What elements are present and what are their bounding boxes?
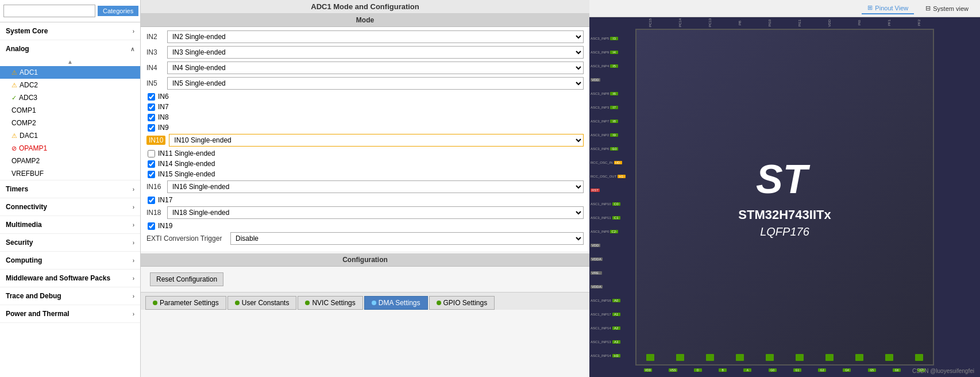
chevron-right-icon: › (133, 28, 134, 34)
sidebar-item-adc2[interactable]: ⚠ ADC2 (0, 79, 140, 91)
in8-checkbox[interactable] (148, 114, 155, 121)
sidebar-item-power-thermal[interactable]: Power and Thermal › (0, 305, 140, 322)
pin-asc1-inp14: ASC1_INP14 A2 (591, 326, 634, 330)
in6-checkbox[interactable] (148, 93, 155, 101)
sidebar-item-dac1[interactable]: ⚠ DAC1 (0, 129, 140, 142)
pin-rcc-osc-in: RCC_OSC_IN H0- (591, 161, 634, 164)
pin-box-a0: A0 (612, 299, 620, 302)
in15-checkbox[interactable] (148, 171, 155, 178)
in2-select[interactable]: IN2 Single-ended (167, 30, 584, 43)
pin-box-i6: I6 (610, 92, 618, 95)
bottom-pin-labels: VDD VSS D B A G0 G1 G2 G4 G5 G6 G7 (635, 363, 934, 377)
pin-box-a1: A1 (612, 313, 620, 316)
nav-section-power-thermal: Power and Thermal › (0, 305, 140, 323)
pin-row2-10 (915, 354, 923, 361)
mode-row-in3: IN3 IN3 Single-ended (146, 46, 584, 59)
in18-select[interactable]: IN18 Single-ended (167, 206, 584, 219)
in7-checkbox-label: IN7 (158, 103, 169, 111)
in7-checkbox[interactable] (148, 103, 155, 111)
pin-bottom-8: G2 (818, 368, 826, 372)
in5-select[interactable]: IN5 Single-ended (167, 77, 584, 90)
sidebar-item-adc1[interactable]: ⚠ ADC1 (0, 66, 140, 79)
tab-dot-dma (372, 301, 376, 305)
analog-item-label: DAC1 (20, 132, 38, 140)
pin-pf1: PF1 (888, 20, 891, 26)
tab-gpio-settings[interactable]: GPIO Settings (429, 296, 495, 310)
pin-asc3-inp5: ASC3_INP5 I3 (591, 37, 634, 40)
pin-asc3-inp3: ASC3_INP3 I7 (591, 106, 634, 109)
pinout-view-button[interactable]: ⊞ Pinout View (862, 2, 914, 14)
pin-pc14: PC14 (678, 18, 682, 27)
mode-row-exti: EXTI Conversion Trigger Disable (146, 232, 584, 245)
pin-box-a2: A2 (612, 326, 620, 330)
sidebar-item-opamp1[interactable]: ⊘ OPAMP1 (0, 142, 140, 155)
tab-nvic-settings[interactable]: NVIC Settings (298, 296, 362, 310)
in9-checkbox[interactable] (148, 124, 155, 132)
pin-asc1-inp13: ASC1_INP13 A3 (591, 340, 634, 344)
in17-checkbox[interactable] (148, 197, 155, 204)
sidebar-item-middleware[interactable]: Middleware and Software Packs › (0, 270, 140, 287)
in11-checkbox[interactable] (148, 150, 155, 157)
tab-dma-settings[interactable]: DMA Settings (364, 296, 428, 310)
checkbox-row-in15: IN15 Single-ended (146, 170, 584, 178)
top-pin-labels: PC15 PC14 PC13 PB PI10 PI11 VDD PI0 PF1 … (635, 17, 934, 29)
pinout-view-label: Pinout View (875, 5, 908, 11)
tab-label-parameter: Parameter Settings (160, 299, 219, 307)
nav-section-system-core: System Core › (0, 22, 140, 40)
adc-header: ADC1 Mode and Configuration (141, 0, 589, 14)
pin-asc3-inp8: ASC3_INP8 I6 (591, 92, 634, 95)
in14-checkbox[interactable] (148, 160, 155, 168)
sidebar-item-trace-debug[interactable]: Trace and Debug › (0, 287, 140, 305)
pin-row2-5 (766, 354, 774, 361)
in2-label: IN2 (146, 33, 164, 41)
sidebar-item-connectivity[interactable]: Connectivity › (0, 198, 140, 216)
sidebar-item-adc3[interactable]: ✓ ADC3 (0, 91, 140, 104)
in19-checkbox[interactable] (148, 222, 155, 230)
collapse-arrow-icon[interactable]: ▲ (67, 59, 73, 65)
right-panel: ⊞ Pinout View ⊟ System view PC15 PC14 PC… (589, 0, 980, 377)
system-view-button[interactable]: ⊟ System view (920, 3, 974, 14)
in16-select[interactable]: IN16 Single-ended (167, 180, 584, 193)
pin-box-i4: I4 (610, 51, 618, 54)
analog-item-label: COMP2 (11, 119, 36, 127)
search-input[interactable] (3, 5, 95, 17)
tab-parameter-settings[interactable]: Parameter Settings (145, 296, 226, 310)
exti-select[interactable]: Disable (230, 232, 584, 245)
in5-label: IN5 (146, 79, 164, 87)
sidebar-item-comp2[interactable]: COMP2 (0, 117, 140, 129)
tab-categories[interactable]: Categories (98, 6, 138, 16)
in6-checkbox-label: IN6 (158, 93, 169, 101)
sidebar-item-multimedia[interactable]: Multimedia › (0, 216, 140, 233)
pin-asc1-inp10: ASC1_INP10 C0 (591, 202, 634, 206)
tab-user-constants[interactable]: User Constants (227, 296, 297, 310)
sidebar-item-system-core[interactable]: System Core › (0, 22, 140, 40)
sidebar-item-analog[interactable]: Analog ∧ (0, 40, 140, 57)
sidebar-item-comp1[interactable]: COMP1 (0, 104, 140, 117)
right-panel-header: ⊞ Pinout View ⊟ System view (589, 0, 980, 17)
chevron-right-icon: › (133, 275, 134, 282)
chevron-right-icon: › (133, 204, 134, 210)
in4-label: IN4 (146, 64, 164, 72)
in10-select[interactable]: IN10 Single-ended (169, 134, 584, 147)
sidebar-item-vrefbuf[interactable]: VREFBUF (0, 167, 140, 180)
pin-vre: VRE.. (591, 271, 634, 275)
svg-text:ST: ST (756, 157, 811, 202)
mode-section-title: Mode (141, 14, 589, 27)
in4-select[interactable]: IN4 Single-ended (167, 61, 584, 74)
sidebar-item-computing[interactable]: Computing › (0, 252, 140, 269)
mode-rows: IN2 IN2 Single-ended IN3 IN3 Single-ende… (141, 27, 589, 251)
pin-bottom-5: A (743, 368, 751, 372)
reset-btn-area: Reset Configuration (141, 267, 589, 292)
pin-box-vdd2: VDD (591, 244, 600, 247)
sidebar-item-opamp2[interactable]: OPAMP2 (0, 155, 140, 167)
reset-configuration-button[interactable]: Reset Configuration (150, 272, 223, 286)
sidebar-item-security[interactable]: Security › (0, 234, 140, 251)
nav-section-trace-debug: Trace and Debug › (0, 287, 140, 305)
in3-select[interactable]: IN3 Single-ended (167, 46, 584, 59)
pin-row2-1 (646, 354, 654, 361)
in10-label: IN10 (146, 136, 165, 145)
nav-section-middleware: Middleware and Software Packs › (0, 270, 140, 287)
sidebar-item-timers[interactable]: Timers › (0, 180, 140, 198)
in19-checkbox-label: IN19 (158, 222, 172, 230)
nav-section-multimedia: Multimedia › (0, 216, 140, 234)
